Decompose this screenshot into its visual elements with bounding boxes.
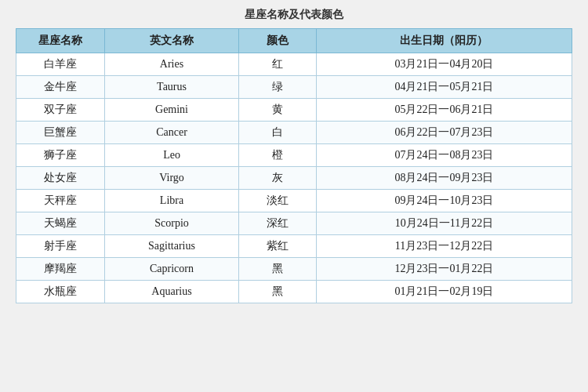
cell-zodiac-name: 水瓶座 [16, 281, 105, 303]
cell-color: 黑 [238, 258, 316, 281]
cell-zodiac-name: 双子座 [16, 99, 105, 122]
cell-date: 07月24日一08月23日 [316, 144, 572, 167]
table-row: 白羊座Aries红03月21日一04月20日 [16, 53, 572, 76]
cell-english-name: Sagittarius [105, 235, 238, 258]
cell-english-name: Virgo [105, 167, 238, 190]
cell-zodiac-name: 处女座 [16, 167, 105, 190]
table-row: 水瓶座Aquarius黑01月21日一02月19日 [16, 281, 572, 303]
header-english: 英文名称 [105, 29, 238, 53]
cell-english-name: Scorpio [105, 212, 238, 235]
cell-date: 04月21日一05月21日 [316, 76, 572, 99]
table-row: 双子座Gemini黄05月22日一06月21日 [16, 99, 572, 122]
cell-date: 09月24日一10月23日 [316, 190, 572, 212]
cell-zodiac-name: 天秤座 [16, 190, 105, 212]
cell-date: 08月24日一09月23日 [316, 167, 572, 190]
cell-english-name: Gemini [105, 99, 238, 122]
cell-zodiac-name: 狮子座 [16, 144, 105, 167]
table-row: 射手座Sagittarius紫红11月23日一12月22日 [16, 235, 572, 258]
table-row: 天秤座Libra淡红09月24日一10月23日 [16, 190, 572, 212]
cell-color: 白 [238, 122, 316, 144]
cell-zodiac-name: 天蝎座 [16, 212, 105, 235]
table-header-row: 星座名称 英文名称 颜色 出生日期（阳历） [16, 29, 572, 53]
cell-english-name: Capricorn [105, 258, 238, 281]
cell-color: 黄 [238, 99, 316, 122]
table-body: 白羊座Aries红03月21日一04月20日金牛座Taurus绿04月21日一0… [16, 53, 572, 303]
table-row: 天蝎座Scorpio深红10月24日一11月22日 [16, 212, 572, 235]
cell-color: 淡红 [238, 190, 316, 212]
cell-zodiac-name: 巨蟹座 [16, 122, 105, 144]
table-row: 金牛座Taurus绿04月21日一05月21日 [16, 76, 572, 99]
cell-color: 黑 [238, 281, 316, 303]
cell-color: 紫红 [238, 235, 316, 258]
cell-date: 06月22日一07月23日 [316, 122, 572, 144]
cell-english-name: Leo [105, 144, 238, 167]
header-date: 出生日期（阳历） [316, 29, 572, 53]
cell-english-name: Aquarius [105, 281, 238, 303]
cell-color: 绿 [238, 76, 316, 99]
cell-english-name: Aries [105, 53, 238, 76]
cell-zodiac-name: 射手座 [16, 235, 105, 258]
cell-color: 灰 [238, 167, 316, 190]
header-name: 星座名称 [16, 29, 105, 53]
main-container: 星座名称及代表颜色 星座名称 英文名称 颜色 出生日期（阳历） 白羊座Aries… [16, 8, 572, 303]
table-row: 摩羯座Capricorn黑12月23日一01月22日 [16, 258, 572, 281]
table-row: 巨蟹座Cancer白06月22日一07月23日 [16, 122, 572, 144]
cell-date: 01月21日一02月19日 [316, 281, 572, 303]
cell-zodiac-name: 金牛座 [16, 76, 105, 99]
cell-date: 10月24日一11月22日 [316, 212, 572, 235]
cell-date: 03月21日一04月20日 [316, 53, 572, 76]
cell-english-name: Cancer [105, 122, 238, 144]
cell-date: 12月23日一01月22日 [316, 258, 572, 281]
zodiac-table: 星座名称 英文名称 颜色 出生日期（阳历） 白羊座Aries红03月21日一04… [16, 28, 572, 303]
cell-zodiac-name: 摩羯座 [16, 258, 105, 281]
cell-english-name: Libra [105, 190, 238, 212]
page-title: 星座名称及代表颜色 [16, 8, 572, 22]
table-row: 处女座Virgo灰08月24日一09月23日 [16, 167, 572, 190]
cell-color: 深红 [238, 212, 316, 235]
header-color: 颜色 [238, 29, 316, 53]
table-row: 狮子座Leo橙07月24日一08月23日 [16, 144, 572, 167]
cell-zodiac-name: 白羊座 [16, 53, 105, 76]
cell-english-name: Taurus [105, 76, 238, 99]
cell-date: 05月22日一06月21日 [316, 99, 572, 122]
cell-date: 11月23日一12月22日 [316, 235, 572, 258]
cell-color: 橙 [238, 144, 316, 167]
cell-color: 红 [238, 53, 316, 76]
